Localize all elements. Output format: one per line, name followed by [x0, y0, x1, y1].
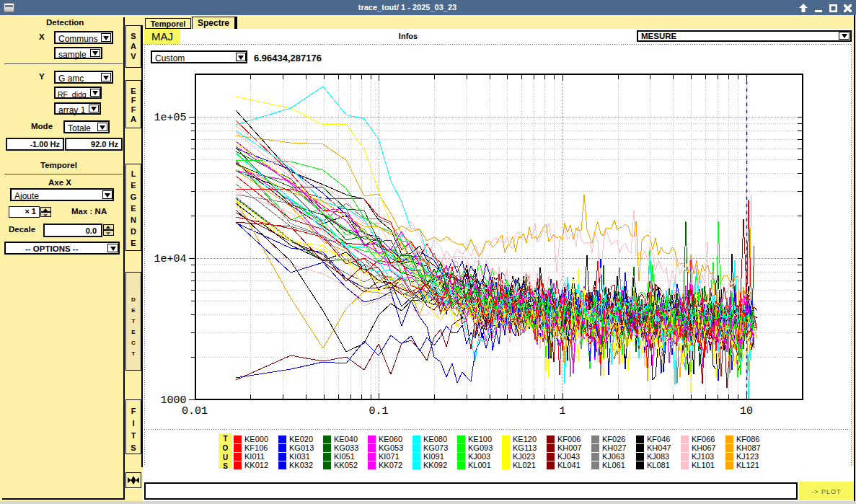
svg-text:1e+04: 1e+04 [154, 253, 186, 265]
svg-text:1e+05: 1e+05 [154, 112, 186, 124]
svg-text:0.1: 0.1 [369, 405, 388, 417]
svg-text:0.01: 0.01 [182, 405, 208, 417]
svg-text:10: 10 [740, 405, 753, 417]
svg-text:1: 1 [559, 405, 565, 417]
